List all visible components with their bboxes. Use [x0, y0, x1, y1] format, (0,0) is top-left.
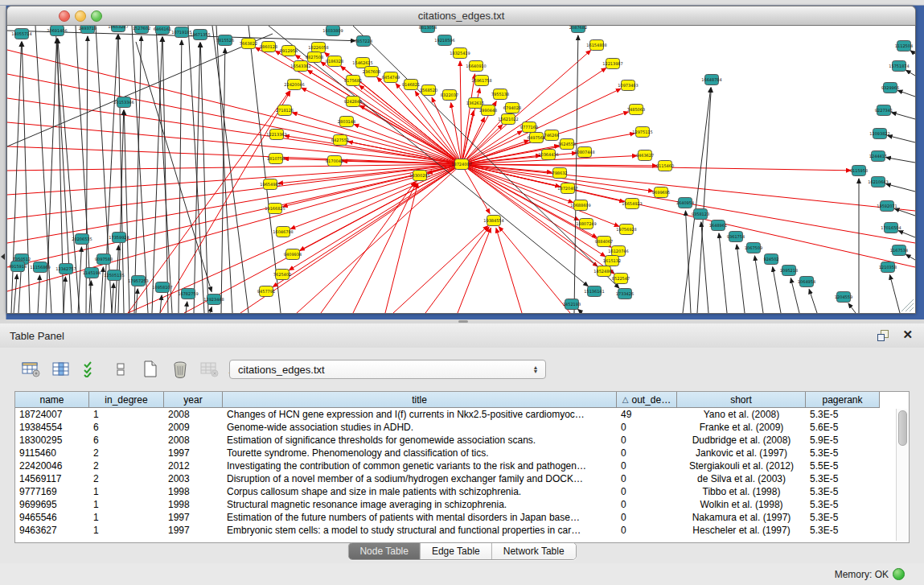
graph-node[interactable]: 2718126 [276, 105, 294, 116]
column-header-in_degree[interactable]: in_degree [89, 392, 164, 408]
table-cell[interactable]: 2012 [164, 459, 223, 472]
graph-node[interactable]: 12505135 [104, 270, 124, 281]
graph-node[interactable]: 7625402 [273, 270, 291, 280]
graph-node[interactable]: 19671355 [190, 30, 210, 40]
graph-node[interactable]: 16046798 [273, 227, 293, 237]
graph-node[interactable]: 9146821 [402, 80, 420, 90]
column-header-title[interactable]: title [223, 392, 617, 408]
graph-node[interactable]: 19384554 [483, 216, 503, 226]
graph-node[interactable]: 16120746 [608, 246, 628, 257]
table-cell[interactable]: 1997 [164, 447, 223, 459]
graph-node[interactable]: 18807249 [576, 219, 596, 229]
graph-node[interactable]: 9409934 [284, 249, 302, 260]
table-cell[interactable]: 18724007 [15, 408, 89, 421]
table-cell[interactable]: 2003 [164, 472, 223, 485]
graph-node[interactable]: 9175685 [344, 76, 362, 86]
graph-node[interactable]: 1210358 [879, 262, 897, 273]
table-cell[interactable]: Structural magnetic resonance image aver… [223, 498, 617, 511]
divider-grip-icon[interactable] [458, 320, 468, 323]
graph-node[interactable]: 1452193 [563, 299, 581, 310]
table-cell[interactable]: 14569117 [15, 472, 89, 485]
table-cell[interactable]: 6 [89, 421, 164, 434]
column-header-pagerank[interactable]: pagerank [806, 392, 880, 408]
create-column-icon[interactable] [140, 360, 161, 379]
table-cell[interactable]: 1 [89, 498, 164, 511]
table-cell[interactable]: 0 [617, 485, 677, 498]
graph-node[interactable]: 9463627 [636, 150, 654, 161]
table-cell[interactable]: 22420046 [15, 459, 89, 472]
table-cell[interactable]: Corpus callosum shape and size in male p… [223, 485, 617, 498]
table-cell[interactable]: 2008 [164, 408, 223, 421]
table-cell[interactable]: 2 [89, 447, 164, 459]
graph-node[interactable]: 9884067 [595, 237, 613, 247]
graph-node[interactable]: 9097588 [95, 254, 113, 265]
table-selector-dropdown[interactable]: citations_edges.txt ▲▼ [229, 360, 546, 379]
table-cell[interactable]: 5.3E-5 [806, 524, 880, 537]
table-row[interactable]: 1456911722003Disruption of a novel membe… [15, 472, 909, 485]
table-cell[interactable]: Dudbridge et al. (2008) [677, 434, 806, 447]
table-cell[interactable]: Yano et al. (2008) [677, 408, 806, 421]
graph-node[interactable]: 14524861 [593, 266, 614, 277]
table-cell[interactable]: 49 [617, 408, 677, 421]
graph-node[interactable]: 1568520 [420, 85, 437, 96]
graph-node[interactable]: 9699695 [652, 187, 670, 198]
graph-node[interactable]: 1067509 [745, 243, 762, 253]
graph-node[interactable]: 8186328 [326, 56, 343, 67]
graph-node[interactable]: 8454749 [382, 72, 400, 83]
column-header-name[interactable]: name [15, 392, 89, 408]
table-cell[interactable]: Disruption of a novel member of a sodium… [223, 472, 617, 485]
graph-node[interactable]: 9457791 [257, 286, 275, 297]
graph-node[interactable]: 7815526 [216, 35, 234, 46]
table-cell[interactable]: Estimation of significance thresholds fo… [223, 434, 617, 447]
table-cell[interactable]: 5.3E-5 [806, 408, 880, 421]
table-cell[interactable]: 6 [89, 434, 164, 447]
graph-node[interactable]: 12342757 [55, 264, 76, 274]
table-cell[interactable]: Embryonic stem cells: a model to study s… [223, 524, 617, 537]
graph-node[interactable]: 9115958 [850, 166, 868, 176]
graph-node[interactable]: 9170042 [326, 156, 343, 167]
graph-node[interactable]: 7955138 [491, 89, 509, 100]
table-row[interactable]: 969969511998Structural magnetic resonanc… [15, 498, 909, 511]
graph-node[interactable]: 2087682 [569, 26, 587, 33]
graph-node[interactable]: 16782759 [178, 289, 198, 299]
table-cell[interactable]: de Silva et al. (2003) [677, 472, 806, 485]
citation-network-graph[interactable]: 1872400718300295193845547663822986012889… [7, 26, 915, 313]
graph-node[interactable]: 1615132 [603, 256, 621, 266]
table-cell[interactable]: Wolkin et al. (1998) [677, 498, 806, 511]
graph-node[interactable]: 1640954 [676, 198, 694, 208]
graph-node[interactable]: 1145194 [83, 268, 101, 278]
table-cell[interactable]: 5.3E-5 [806, 485, 880, 498]
table-cell[interactable]: 18300295 [15, 434, 89, 447]
graph-node[interactable]: 8522547 [612, 274, 630, 284]
table-cell[interactable]: 5.3E-5 [806, 498, 880, 511]
graph-node[interactable]: 12093822 [869, 129, 889, 139]
graph-node[interactable]: 8912954 [280, 46, 298, 56]
table-cell[interactable]: 5.3E-5 [806, 472, 880, 485]
table-row[interactable]: 2242004622012Investigating the contribut… [15, 459, 909, 472]
graph-node[interactable]: 12975115 [632, 127, 652, 138]
graph-node[interactable]: 20364436 [538, 150, 558, 160]
graph-node[interactable]: 20691406 [47, 26, 67, 36]
graph-node[interactable]: 18720407 [557, 183, 577, 194]
import-table-icon[interactable] [199, 360, 220, 379]
graph-node[interactable]: 9115460 [656, 161, 674, 171]
table-cell[interactable]: 1 [89, 524, 164, 537]
table-cell[interactable]: 0 [617, 498, 677, 511]
graph-node[interactable]: 10958107 [152, 282, 172, 293]
select-all-icon[interactable] [80, 360, 101, 379]
graph-node[interactable]: 14055714 [11, 29, 31, 39]
window-resize-grip[interactable] [901, 299, 914, 311]
graph-node[interactable]: 1733426 [616, 289, 634, 299]
graph-node[interactable]: 8813054 [419, 26, 437, 33]
graph-node[interactable]: 1244415 [869, 151, 887, 162]
graph-node[interactable]: 9361754 [727, 232, 745, 242]
table-cell[interactable]: 5.3E-5 [806, 447, 880, 459]
graph-node[interactable]: 16033809 [322, 26, 343, 36]
graph-node[interactable]: 2803144 [338, 117, 355, 127]
graph-node[interactable]: 17359924 [109, 233, 129, 243]
column-header-year[interactable]: year [164, 392, 223, 408]
table-cell[interactable]: 1 [89, 408, 164, 421]
graph-node[interactable]: 1810754 [267, 154, 285, 164]
graph-node[interactable]: 22420046 [284, 80, 304, 90]
table-row[interactable]: 911546021997Tourette syndrome. Phenomeno… [15, 447, 909, 459]
